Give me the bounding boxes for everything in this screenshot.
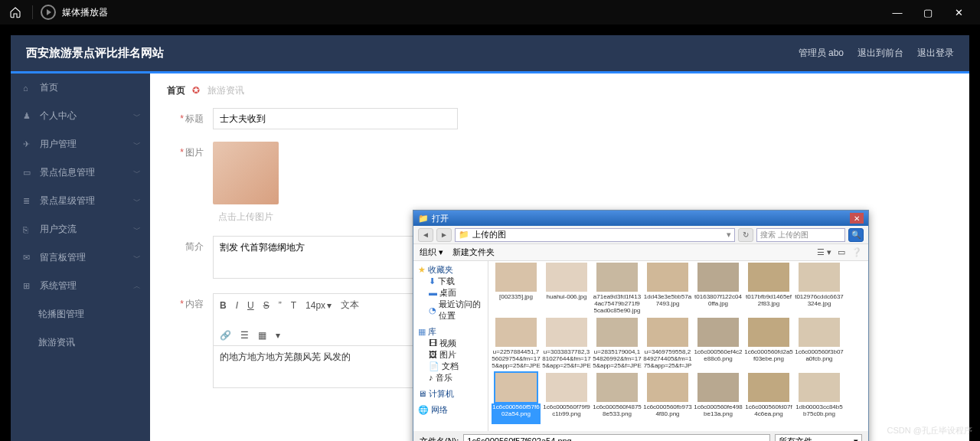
strike-button[interactable]: S bbox=[263, 300, 270, 311]
star-icon: ★ bbox=[418, 264, 426, 276]
label-image: 图片 bbox=[185, 147, 204, 158]
file-tile[interactable]: [002335].jpg bbox=[492, 263, 541, 316]
folder-tree[interactable]: ★收藏夹 ⬇下载 ▬桌面 ◔最近访问的位置 ▦库 🎞视频 🖼图片 📄文档 ♪音 bbox=[413, 261, 488, 431]
dialog-title: 打开 bbox=[432, 213, 449, 224]
chevron-up-icon: ︿ bbox=[133, 281, 141, 292]
title-input[interactable] bbox=[213, 108, 458, 129]
chevron-down-icon: ﹀ bbox=[133, 196, 141, 207]
search-input[interactable]: 搜索 上传的图 bbox=[756, 228, 845, 242]
sidebar-item-rank[interactable]: ≣景点星级管理﹀ bbox=[11, 187, 150, 215]
label-title: 标题 bbox=[185, 113, 204, 124]
forward-button[interactable]: ► bbox=[436, 228, 452, 242]
library-icon: ▦ bbox=[418, 326, 426, 338]
sidebar-sub-carousel[interactable]: 轮播图管理 bbox=[11, 300, 150, 328]
file-tile[interactable]: 1c6c000560fd2a5f03ebe.png bbox=[744, 318, 793, 371]
app-title: 媒体播放器 bbox=[62, 6, 108, 19]
file-tile[interactable]: 1c6c000560fb9734f80.png bbox=[643, 373, 692, 426]
filename-label: 文件名(N): bbox=[420, 436, 459, 442]
dialog-close-button[interactable]: ✕ bbox=[850, 213, 864, 224]
quote-button[interactable]: ” bbox=[279, 300, 282, 311]
sidebar-sub-news[interactable]: 旅游资讯 bbox=[11, 328, 150, 357]
chevron-down-icon: ﹀ bbox=[133, 111, 141, 122]
help-button[interactable]: ❔ bbox=[851, 247, 862, 257]
chevron-down-icon: ﹀ bbox=[133, 253, 141, 263]
file-tile[interactable]: u=3033837782,381027644&fm=175&app=25&f=J… bbox=[542, 318, 591, 371]
minimize-button[interactable]: — bbox=[882, 0, 913, 24]
crumb-home[interactable]: 首页 bbox=[167, 85, 185, 96]
logout-link[interactable]: 退出登录 bbox=[917, 47, 954, 60]
upload-hint[interactable]: 点击上传图片 bbox=[213, 211, 279, 224]
music-icon: ♪ bbox=[429, 372, 433, 384]
chevron-down-icon: ﹀ bbox=[133, 139, 141, 150]
card-icon: ▭ bbox=[23, 168, 34, 178]
file-tile[interactable]: 1c6c000560fe498be13a.png bbox=[694, 373, 743, 426]
file-list[interactable]: [002335].jpghuahui-006.jpga71ea9d3fd1f41… bbox=[488, 261, 868, 431]
new-folder-button[interactable]: 新建文件夹 bbox=[452, 247, 495, 258]
plane-icon: ✈ bbox=[23, 139, 34, 149]
file-tile[interactable]: t017bfb9d1465ef2f83.jpg bbox=[744, 263, 793, 316]
file-tile[interactable]: 1c6c000560f79f9c1b99.png bbox=[542, 373, 591, 426]
organize-menu[interactable]: 组织 ▾ bbox=[420, 247, 443, 258]
file-tile[interactable]: u=2257884451,756029754&fm=175&app=25&f=J… bbox=[492, 318, 541, 371]
preview-pane-button[interactable]: ▭ bbox=[838, 247, 845, 257]
admin-label[interactable]: 管理员 abo bbox=[799, 47, 844, 60]
more-button[interactable]: ▾ bbox=[276, 330, 280, 341]
file-tile[interactable]: t012976cddc6637324e.jpg bbox=[795, 263, 844, 316]
picture-icon: 🖼 bbox=[429, 349, 437, 361]
italic-button[interactable]: I bbox=[236, 300, 238, 311]
file-tile[interactable]: a71ea9d3fd1f4134ac75479b271f95cad0c85e90… bbox=[593, 263, 642, 316]
breadcrumb: 首页 ✪ 旅游资讯 bbox=[167, 84, 952, 97]
file-tile[interactable]: 1db00003cc84b5b75c0b.png bbox=[795, 373, 844, 426]
file-tile[interactable]: 1c6c000560f3b07a0fcb.png bbox=[795, 318, 844, 371]
recent-icon: ◔ bbox=[429, 305, 436, 316]
underline-button[interactable]: U bbox=[247, 300, 254, 311]
sidebar-item-board[interactable]: ✉留言板管理﹀ bbox=[11, 243, 150, 272]
size-select[interactable]: 14px▾ bbox=[305, 300, 332, 311]
file-tile[interactable]: 1c6c000560f57f602a54.png bbox=[492, 373, 541, 426]
sidebar-item-comm[interactable]: ⎘用户交流﹀ bbox=[11, 215, 150, 243]
copy-icon: ⎘ bbox=[23, 225, 34, 234]
search-button[interactable]: 🔍 bbox=[848, 228, 864, 242]
bold-button[interactable]: B bbox=[220, 300, 227, 311]
folder-icon: 📁 bbox=[459, 230, 469, 240]
crumb-sep-icon: ✪ bbox=[192, 85, 200, 96]
filename-input[interactable] bbox=[463, 434, 770, 441]
file-open-dialog: 📁 打开 ✕ ◄ ► 📁 上传的图 ▾ ↻ 搜索 上传的图 bbox=[413, 210, 869, 441]
site-brand: 西安旅游景点评比排名网站 bbox=[26, 46, 164, 60]
file-tile[interactable]: 1c6c000560f48758e533.png bbox=[593, 373, 642, 426]
file-tile[interactable]: t0163807f122c040ffa.jpg bbox=[694, 263, 743, 316]
maximize-button[interactable]: ▢ bbox=[913, 0, 943, 24]
crumb-page: 旅游资讯 bbox=[207, 85, 244, 96]
file-tile[interactable]: u=3469759558,2849274405&fm=175&app=25&f=… bbox=[643, 318, 692, 371]
file-tile[interactable]: 1c6c000560ef4c2e88c6.png bbox=[694, 318, 743, 371]
computer-icon: 🖥 bbox=[418, 388, 426, 400]
file-tile[interactable]: 1dd43e3e5bb57a7493.jpg bbox=[643, 263, 692, 316]
file-tile[interactable]: 1c6c000560fd07f4c6ea.png bbox=[744, 373, 793, 426]
sidebar-item-home[interactable]: ⌂首页 bbox=[11, 74, 150, 102]
folder-icon: 📁 bbox=[418, 214, 429, 224]
sidebar-item-system[interactable]: ⊞系统管理︿ bbox=[11, 272, 150, 300]
sidebar-item-spots[interactable]: ▭景点信息管理﹀ bbox=[11, 158, 150, 187]
home-icon[interactable] bbox=[6, 3, 24, 21]
heading-button[interactable]: T bbox=[291, 300, 296, 311]
back-button[interactable]: ◄ bbox=[418, 228, 433, 242]
sidebar-item-profile[interactable]: ♟个人中心﹀ bbox=[11, 102, 150, 130]
view-button[interactable]: ☰ ▾ bbox=[817, 247, 831, 257]
grid-button[interactable]: ▦ bbox=[258, 330, 266, 341]
chevron-down-icon: ﹀ bbox=[133, 168, 141, 178]
home-icon: ⌂ bbox=[23, 83, 34, 93]
path-bar[interactable]: 📁 上传的图 ▾ bbox=[455, 228, 735, 242]
file-tile[interactable]: u=2835179004,154826992&fm=175&app=25&f=J… bbox=[593, 318, 642, 371]
refresh-button[interactable]: ↻ bbox=[738, 228, 753, 242]
media-player-icon bbox=[41, 5, 56, 20]
close-button[interactable]: ✕ bbox=[943, 0, 974, 24]
align-button[interactable]: ☰ bbox=[240, 330, 249, 341]
font-select[interactable]: 文本 bbox=[341, 299, 359, 312]
image-thumbnail[interactable] bbox=[213, 142, 279, 204]
sidebar-item-users[interactable]: ✈用户管理﹀ bbox=[11, 130, 150, 158]
file-tile[interactable]: huahui-006.jpg bbox=[542, 263, 591, 316]
filetype-select[interactable]: 所有文件▾ bbox=[775, 434, 862, 441]
to-front-link[interactable]: 退出到前台 bbox=[858, 47, 903, 60]
desktop-icon: ▬ bbox=[429, 287, 437, 299]
link-button[interactable]: 🔗 bbox=[220, 330, 231, 341]
